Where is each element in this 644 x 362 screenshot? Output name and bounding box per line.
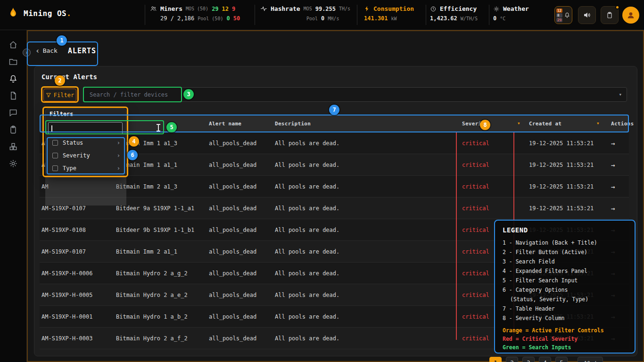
sun-icon [493, 6, 500, 12]
legend-items: 1 - Navigation (Back + Title)2 - Filter … [503, 238, 627, 323]
created-sort-button[interactable]: ▾ [596, 120, 600, 127]
table-header-row: Alert name Description Severity ▾ Create… [40, 115, 629, 132]
sidebar-item-modules[interactable] [4, 140, 23, 154]
checkbox[interactable] [52, 165, 58, 171]
row-action-arrow-button[interactable]: → [611, 154, 615, 176]
annotation-badge-8: 8 [480, 120, 490, 130]
brand[interactable]: Mining OS. [7, 6, 71, 21]
funnel-icon [46, 92, 51, 98]
mos-ok-count: 29 [212, 6, 218, 12]
row-action-arrow-button[interactable]: → [611, 176, 615, 197]
filter-search-input[interactable] [49, 123, 122, 134]
notifications-button[interactable]: 12829 [554, 6, 572, 24]
modules-icon [8, 142, 18, 151]
device-search-field: ▾ [83, 87, 627, 102]
cell-miner-id: AM-S19XP-0108 [41, 219, 86, 241]
col-actions: Actions [611, 115, 634, 132]
page-button-4[interactable]: 4 [539, 357, 551, 362]
cell-severity: critical [462, 219, 489, 241]
row-action-arrow-button[interactable]: → [611, 132, 615, 154]
annotation-badge-7: 7 [329, 105, 339, 115]
mos-warn-count: 12 [222, 6, 229, 12]
cell-severity: critical [462, 241, 489, 263]
sidebar-item-settings[interactable] [4, 156, 23, 171]
legend-color-note: Green = Search Inputs [503, 343, 627, 352]
clipboard-icon [606, 11, 613, 19]
cell-severity: critical [462, 176, 489, 197]
legend-color-note: Orange = Active Filter Controls [503, 326, 627, 335]
cell-created-at: 19-12-2025 11:53:21 [529, 176, 594, 197]
legend-title: LEGEND [503, 226, 627, 234]
legend-item: 2 - Filter Button (Active) [503, 247, 627, 257]
miners-icon [150, 5, 157, 12]
annotation-badge-6: 6 [127, 150, 138, 160]
cell-miner-id: AM-S19XP-H-0005 [41, 284, 92, 306]
consumption-value: 141.301 [364, 15, 388, 22]
efficiency-value: 1,423.62 [430, 15, 457, 22]
mos-label: MOS (50) [186, 6, 208, 11]
annotation-badge-5: 5 [166, 122, 177, 132]
hashrate-pool-unit: MH/s [328, 16, 339, 21]
tasks-alert-dot [615, 5, 619, 9]
pool-err-count: 50 [233, 15, 240, 22]
main-content: › ‹ Back ALERTS Current Alerts Filter ▾ … [27, 30, 644, 362]
page-size-select[interactable]: 10 / [578, 357, 603, 362]
page-button-2[interactable]: 2 [506, 357, 518, 362]
cell-miner-name: Bitdeer 9a S19XP 1-1_a1 [116, 197, 194, 219]
filter-button[interactable]: Filter [43, 89, 76, 101]
breadcrumb: ‹ Back ALERTS [35, 46, 96, 55]
filter-category-type[interactable]: Type› [48, 162, 125, 174]
profile-button[interactable] [622, 7, 639, 24]
text-cursor-icon [158, 124, 159, 131]
clock-icon [430, 6, 437, 12]
checkbox[interactable] [52, 153, 58, 158]
bolt-icon [364, 6, 370, 12]
checkbox[interactable] [52, 140, 58, 146]
header-divider [357, 5, 357, 25]
row-action-arrow-button[interactable]: → [611, 197, 615, 219]
back-button[interactable]: ‹ Back [35, 46, 58, 55]
notification-count-badge: 12 [556, 8, 562, 13]
volume-button[interactable] [578, 6, 596, 24]
hashrate-pool-label: Pool [306, 16, 318, 21]
cell-alert-name: all_pools_dead [209, 328, 256, 349]
sidebar-expand-toggle[interactable]: › [23, 49, 31, 57]
notification-count-badge: 29 [556, 18, 562, 22]
cell-description: All pools are dead. [275, 132, 339, 154]
col-created-at[interactable]: Created at [529, 115, 561, 132]
legend-notes: Orange = Active Filter ControlsRed = Cri… [503, 326, 627, 352]
page-button-3[interactable]: 3 [522, 357, 535, 362]
cell-miner-id: AM-S19XP-H-0006 [41, 263, 92, 284]
cell-miner-name: Bitmain Imm 2 a1_1 [116, 241, 177, 263]
col-description[interactable]: Description [275, 115, 311, 132]
page-title: ALERTS [68, 47, 96, 55]
cell-description: All pools are dead. [275, 263, 339, 284]
dropdown-shadow-area [45, 175, 126, 206]
cell-alert-name: all_pools_dead [209, 197, 256, 219]
sidebar-item-tasks[interactable] [4, 123, 23, 137]
document-icon [8, 91, 18, 100]
chat-icon [8, 108, 18, 117]
page-button-1[interactable]: 1 [489, 357, 502, 362]
folder-icon [8, 57, 18, 66]
filter-category-list: Status›Severity›Type› [48, 136, 125, 174]
page-button-5[interactable]: 5 [555, 357, 568, 362]
legend-item: 3 - Search Field [503, 257, 627, 266]
filter-category-label: Status [63, 140, 83, 146]
filter-category-status[interactable]: Status› [48, 136, 125, 149]
col-alert-name[interactable]: Alert name [209, 115, 241, 132]
header-divider [426, 5, 426, 25]
cell-severity: critical [462, 197, 489, 219]
cell-miner-id: AM-S19XP-H-0001 [41, 306, 92, 328]
sidebar-item-messages[interactable] [4, 106, 23, 120]
sidebar-item-folders[interactable] [4, 55, 23, 69]
sidebar-item-reports[interactable] [4, 89, 23, 103]
chevron-down-icon: ▾ [619, 91, 622, 98]
filter-category-severity[interactable]: Severity› [48, 149, 125, 162]
consumption-title: Consumption [373, 5, 414, 12]
search-input[interactable] [89, 91, 619, 99]
tasks-button[interactable] [601, 6, 619, 24]
sidebar-item-home[interactable] [4, 38, 23, 52]
sidebar-item-alerts[interactable] [4, 72, 23, 86]
severity-sort-button[interactable]: ▾ [517, 120, 520, 127]
